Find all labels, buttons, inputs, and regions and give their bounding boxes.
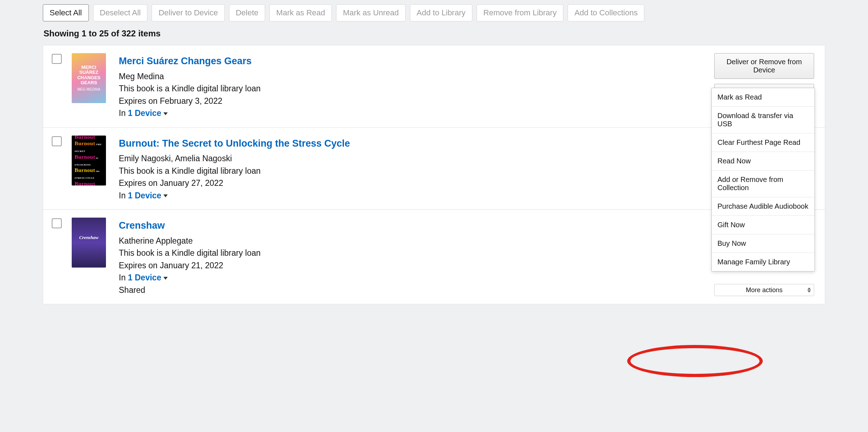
dropdown-add-remove-collection[interactable]: Add or Remove from Collection [712,171,814,197]
dropdown-purchase-audible[interactable]: Purchase Audible Audiobook [712,197,814,216]
remove-from-library-button[interactable]: Remove from Library [477,4,563,21]
book-author: Emily Nagoski, Amelia Nagoski [119,152,714,165]
book-meta: Merci Suárez Changes Gears Meg Medina Th… [119,53,714,120]
book-cover: MERCI SUÁREZ CHANGES GEARS MEG MEDINA [72,53,106,103]
delete-button[interactable]: Delete [229,4,265,21]
dropdown-clear-furthest-page[interactable]: Clear Furthest Page Read [712,133,814,152]
expires: Expires on February 3, 2022 [119,95,714,107]
stepper-icon [807,288,811,293]
book-meta: Burnout: The Secret to Unlocking the Str… [119,136,714,202]
device-line: In 1 Device [119,271,714,284]
add-to-collections-button[interactable]: Add to Collections [568,4,644,21]
book-meta: Crenshaw Katherine Applegate This book i… [119,218,714,296]
results-count: Showing 1 to 25 of 322 items [44,29,825,39]
select-all-button[interactable]: Select All [43,4,89,21]
add-to-library-button[interactable]: Add to Library [410,4,472,21]
select-checkbox[interactable] [52,218,62,228]
book-cover: Crenshaw [72,218,106,268]
cover-title: Crenshaw [73,235,105,240]
more-actions-select[interactable]: More actions [714,284,814,296]
book-row: MERCI SUÁREZ CHANGES GEARS MEG MEDINA Me… [43,45,825,128]
device-line: In 1 Device [119,189,714,202]
dropdown-gift-now[interactable]: Gift Now [712,216,814,234]
book-author: Meg Medina [119,70,714,83]
dropdown-manage-family-library[interactable]: Manage Family Library [712,253,814,271]
select-checkbox[interactable] [52,136,62,146]
deliver-to-device-button[interactable]: Deliver to Device [152,4,224,21]
dropdown-mark-as-read[interactable]: Mark as Read [712,88,814,107]
expires: Expires on January 27, 2022 [119,177,714,189]
mark-as-read-button[interactable]: Mark as Read [269,4,332,21]
dropdown-buy-now[interactable]: Buy Now [712,234,814,253]
book-title-link[interactable]: Crenshaw [119,218,714,233]
loan-note: This book is a Kindle digital library lo… [119,165,714,177]
chevron-down-icon [163,277,168,280]
chevron-down-icon [163,112,168,115]
loan-note: This book is a Kindle digital library lo… [119,82,714,95]
deliver-or-remove-button[interactable]: Deliver or Remove from Device [714,53,814,79]
dropdown-read-now[interactable]: Read Now [712,152,814,171]
cover-title: MERCI SUÁREZ CHANGES GEARS [73,65,105,85]
expires: Expires on January 21, 2022 [119,259,714,272]
book-title-link[interactable]: Merci Suárez Changes Gears [119,54,714,68]
device-dropdown[interactable]: 1 Device [128,273,168,282]
book-cover: Burnout Burnout THE SECRET Burnout to UN… [72,136,106,185]
select-checkbox[interactable] [52,54,62,64]
content-list: MERCI SUÁREZ CHANGES GEARS MEG MEDINA Me… [43,45,825,304]
bulk-action-toolbar: Select All Deselect All Deliver to Devic… [43,4,825,21]
loan-note: This book is a Kindle digital library lo… [119,247,714,259]
deselect-all-button[interactable]: Deselect All [93,4,148,21]
book-row: Crenshaw Crenshaw Katherine Applegate Th… [43,210,825,304]
dropdown-download-usb[interactable]: Download & transfer via USB [712,107,814,133]
cover-author: MEG MEDINA [73,87,105,91]
mark-as-unread-button[interactable]: Mark as Unread [336,4,406,21]
device-dropdown[interactable]: 1 Device [128,108,168,118]
book-row: Burnout Burnout THE SECRET Burnout to UN… [43,128,825,210]
more-actions-dropdown: Mark as Read Download & transfer via USB… [711,88,815,271]
device-line: In 1 Device [119,107,714,120]
device-dropdown[interactable]: 1 Device [128,191,168,200]
shared-label: Shared [119,284,714,296]
book-title-link[interactable]: Burnout: The Secret to Unlocking the Str… [119,136,714,151]
book-author: Katherine Applegate [119,235,714,247]
chevron-down-icon [163,194,168,197]
